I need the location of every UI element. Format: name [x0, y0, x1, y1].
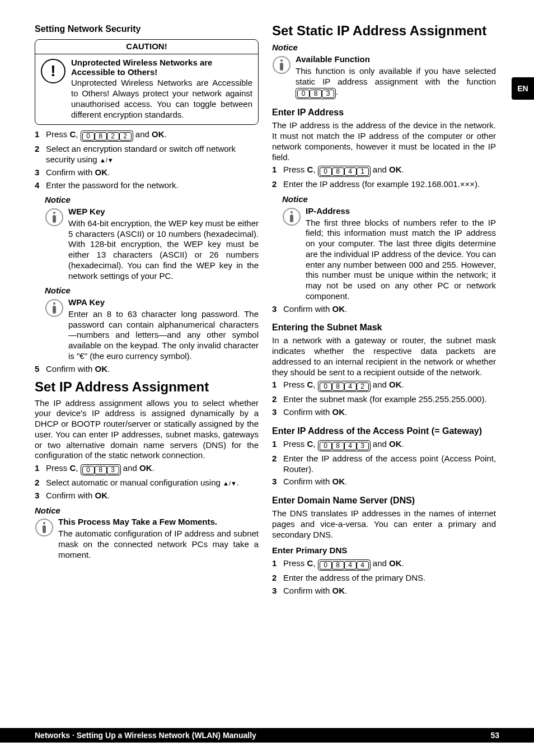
caution-heading: CAUTION!	[35, 40, 258, 54]
step-pri-1: 1 Press C, 0844 and OK.	[272, 558, 496, 571]
text: .	[152, 463, 154, 473]
keypad-083: 083	[296, 88, 336, 99]
step-5: 5 Confirm with OK.	[35, 364, 259, 375]
text: ,	[76, 129, 80, 139]
heading-enter-ip: Enter IP Address	[272, 107, 496, 118]
text: .	[165, 129, 167, 139]
text: Select an encryption standard or switch …	[46, 144, 236, 164]
text: .	[402, 380, 404, 389]
key-ok: OK	[389, 439, 402, 449]
key-ok: OK	[332, 304, 345, 314]
svg-rect-2	[53, 215, 56, 223]
keypad-0843: 0843	[318, 440, 371, 451]
text: .	[336, 87, 338, 96]
svg-point-10	[280, 59, 283, 62]
svg-rect-8	[43, 525, 46, 533]
text: .	[345, 407, 347, 417]
heading-setting-network-security: Setting Network Security	[35, 24, 259, 35]
text: ,	[76, 463, 80, 473]
step-3: 3 Confirm with OK.	[35, 167, 259, 178]
step-sub-3: 3 Confirm with OK.	[272, 407, 496, 418]
notice-label: Notice	[45, 286, 259, 296]
notice-text-process: The automatic configuration of IP addres…	[58, 529, 259, 560]
keypad-0844: 0844	[318, 559, 371, 571]
text: .	[107, 491, 110, 500]
paragraph: The DNS translates IP addresses in the n…	[272, 508, 496, 540]
text: Confirm with	[283, 407, 332, 417]
text: This function is only available if you h…	[296, 66, 496, 86]
step-3b: 3 Confirm with OK.	[35, 491, 259, 501]
step-pri-2: 2 Enter the address of the primary DNS.	[272, 573, 496, 584]
text: ,	[313, 380, 317, 389]
text: Confirm with	[283, 477, 332, 486]
heading-primary-dns: Enter Primary DNS	[272, 545, 496, 556]
key-ok: OK	[389, 558, 402, 568]
keypad-0841: 0841	[318, 166, 371, 177]
notice-title-process: This Process May Take a Few Moments.	[58, 517, 259, 528]
notice-text-wpa: Enter an 8 to 63 character long password…	[68, 309, 259, 362]
heading-gateway: Enter IP Address of the Access Point (= …	[272, 426, 496, 437]
keypad-083: 083	[81, 464, 121, 475]
text: .	[345, 304, 347, 314]
exclamation-icon: !	[41, 59, 65, 83]
key-ok: OK	[139, 463, 152, 473]
footer-left: Networks · Setting Up a Wireless Network…	[35, 731, 256, 740]
text: and	[121, 463, 139, 473]
text: Confirm with	[46, 364, 95, 374]
text: .	[402, 558, 404, 568]
heading-set-static-ip: Set Static IP Address Assignment	[272, 24, 496, 38]
caution-box: CAUTION! ! Unprotected Wireless Networks…	[35, 39, 259, 125]
text: and	[371, 165, 389, 174]
paragraph: The IP address assignment allows you to …	[35, 398, 259, 461]
keypad-0842: 0842	[318, 381, 371, 392]
text: Enter the password for the network.	[46, 180, 259, 191]
notice-text-wep: With 64-bit encryption, the WEP key must…	[68, 218, 259, 282]
svg-point-1	[53, 212, 55, 214]
text: Press	[283, 165, 307, 174]
notice-text-ipaddress: The first three blocks of numbers refer …	[306, 218, 496, 302]
text: .	[402, 165, 404, 174]
notice-title-wpa: WPA Key	[68, 297, 259, 308]
key-ok: OK	[332, 407, 345, 417]
page: EN Setting Network Security CAUTION! ! U…	[0, 0, 534, 756]
text: Press	[283, 439, 307, 449]
text: .	[107, 364, 110, 374]
key-ok: OK	[95, 491, 108, 500]
left-column: Setting Network Security CAUTION! ! Unpr…	[35, 24, 259, 599]
notice-label: Notice	[282, 194, 496, 205]
heading-dns: Enter Domain Name Server (DNS)	[272, 495, 496, 506]
text: and	[371, 380, 389, 389]
arrow-up-down-icon: ▲/▼	[100, 157, 114, 165]
text: Confirm with	[283, 304, 332, 314]
text: and	[371, 558, 389, 568]
key-ok: OK	[332, 477, 345, 486]
notice-wep: WEP Key With 64-bit encryption, the WEP …	[45, 207, 259, 281]
arrow-up-down-icon: ▲/▼	[223, 480, 237, 488]
info-icon	[35, 518, 54, 537]
step-ip-3: 3 Confirm with OK.	[272, 304, 496, 315]
step-4: 4 Enter the password for the network.	[35, 180, 259, 191]
info-icon	[282, 207, 301, 226]
caution-text: Unprotected Wireless Networks are Access…	[71, 78, 252, 120]
notice-label: Notice	[272, 43, 496, 53]
text: Press	[46, 463, 70, 473]
key-c: C	[70, 463, 76, 473]
key-ok: OK	[152, 129, 165, 139]
info-icon	[272, 55, 291, 74]
step-sub-1: 1 Press C, 0842 and OK.	[272, 380, 496, 392]
info-icon	[45, 208, 64, 227]
text: Press	[46, 129, 70, 139]
text: ,	[313, 558, 317, 568]
caution-title: Unprotected Wireless Networks are Access…	[71, 58, 252, 77]
key-c: C	[307, 380, 313, 389]
notice-title-wep: WEP Key	[68, 207, 259, 217]
svg-rect-14	[290, 214, 293, 222]
step-ip-1: 1 Press C, 0841 and OK.	[272, 165, 496, 177]
key-c: C	[307, 165, 313, 174]
text: and	[133, 129, 152, 139]
notice-wpa: WPA Key Enter an 8 to 63 character long …	[45, 297, 259, 362]
heading-set-ip-address-assignment: Set IP Address Assignment	[35, 380, 259, 394]
step-gw-3: 3 Confirm with OK.	[272, 477, 496, 487]
paragraph: In a network with a gateway or router, t…	[272, 335, 496, 377]
text: Confirm with	[46, 167, 95, 177]
